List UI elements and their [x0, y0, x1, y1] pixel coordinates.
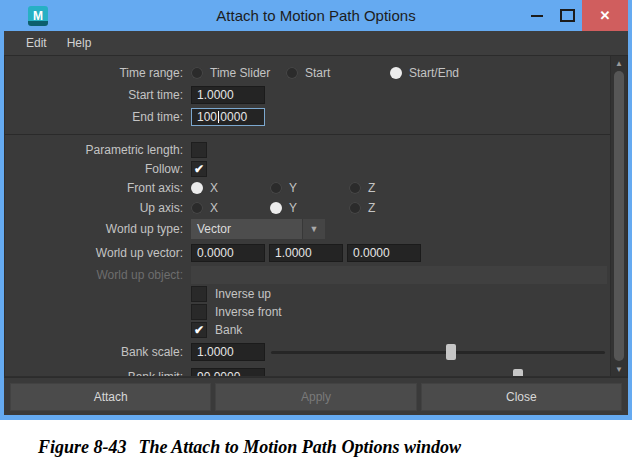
inverse-front-label: Inverse front [215, 305, 282, 319]
chevron-down-icon[interactable]: ▼ [302, 219, 325, 239]
radio-start-end[interactable]: Start/End [390, 66, 459, 80]
parametric-length-checkbox[interactable] [191, 142, 207, 158]
slider-track[interactable] [271, 376, 605, 378]
end-time-input[interactable]: 100.0000 [191, 108, 265, 126]
radio-label: Z [368, 181, 375, 195]
close-action-button[interactable]: Close [421, 383, 622, 411]
radio-icon[interactable] [270, 202, 282, 214]
parametric-length-row: Parametric length: [5, 141, 611, 159]
start-time-row: Start time: 1.0000 [5, 84, 611, 106]
text-caret [218, 111, 219, 123]
follow-row: Follow: [5, 159, 611, 178]
inverse-front-checkbox[interactable] [191, 304, 207, 320]
radio-label: Start/End [409, 66, 459, 80]
radio-icon[interactable] [270, 182, 282, 194]
inverse-up-checkbox[interactable] [191, 286, 207, 302]
scroll-up-icon[interactable]: ▲ [611, 56, 627, 70]
window-body: Edit Help Time range: Time Slider Start [4, 31, 628, 415]
radio-label: Y [289, 181, 297, 195]
radio-label: Time Slider [210, 66, 270, 80]
radio-up-x[interactable]: X [191, 201, 270, 215]
minimize-button[interactable] [522, 0, 552, 31]
options-form: Time range: Time Slider Start Start/End [5, 56, 611, 377]
up-axis-row: Up axis: X Y Z [5, 198, 611, 217]
radio-icon[interactable] [390, 67, 402, 79]
scrollbar-thumb[interactable] [614, 71, 624, 361]
maximize-icon [560, 9, 575, 22]
bank-limit-slider[interactable] [271, 368, 605, 378]
radio-front-y[interactable]: Y [270, 181, 349, 195]
close-icon: ✕ [600, 8, 611, 23]
inverse-up-label: Inverse up [215, 287, 271, 301]
world-up-type-row: World up type: Vector ▼ [5, 217, 611, 241]
maximize-button[interactable] [552, 0, 582, 31]
slider-handle[interactable] [446, 344, 456, 360]
radio-time-slider[interactable]: Time Slider [191, 66, 286, 80]
world-up-object-row: World up object: [5, 264, 611, 285]
bank-limit-row: Bank limit: 90.0000 [5, 364, 611, 377]
menu-edit[interactable]: Edit [18, 34, 55, 52]
radio-icon[interactable] [349, 182, 361, 194]
follow-label: Follow: [5, 162, 191, 176]
end-time-label: End time: [5, 110, 191, 124]
end-time-row: End time: 100.0000 [5, 106, 611, 128]
radio-icon[interactable] [191, 67, 203, 79]
bank-scale-input[interactable]: 1.0000 [191, 343, 265, 361]
bank-checkbox[interactable] [191, 322, 207, 338]
parametric-length-label: Parametric length: [5, 143, 191, 157]
start-time-input[interactable]: 1.0000 [191, 86, 265, 104]
time-range-row: Time range: Time Slider Start Start/End [5, 62, 611, 84]
radio-front-x[interactable]: X [191, 181, 270, 195]
menubar: Edit Help [4, 31, 628, 56]
radio-label: X [210, 181, 218, 195]
slider-track[interactable] [271, 351, 605, 354]
front-axis-label: Front axis: [5, 181, 191, 195]
radio-icon[interactable] [191, 182, 203, 194]
vertical-scrollbar[interactable]: ▲ ▼ [610, 56, 627, 376]
radio-icon[interactable] [349, 202, 361, 214]
radio-label: Y [289, 201, 297, 215]
up-axis-label: Up axis: [5, 201, 191, 215]
attach-button[interactable]: Attach [10, 383, 211, 411]
scroll-down-icon[interactable]: ▼ [611, 362, 627, 376]
bank-label: Bank [215, 323, 242, 337]
inverse-front-row: Inverse front [5, 303, 611, 321]
radio-start[interactable]: Start [286, 66, 390, 80]
bank-scale-slider[interactable] [271, 343, 605, 361]
dropdown-value: Vector [191, 219, 302, 239]
radio-icon[interactable] [286, 67, 298, 79]
apply-button[interactable]: Apply [215, 383, 416, 411]
window-controls: ✕ [522, 0, 628, 31]
minimize-icon [531, 15, 543, 17]
end-time-value: 100.0000 [197, 110, 247, 124]
close-button[interactable]: ✕ [582, 0, 628, 31]
world-up-type-dropdown[interactable]: Vector ▼ [191, 219, 325, 239]
figure-caption-text: The Attach to Motion Path Options window [139, 437, 461, 457]
world-up-vector-z-input[interactable]: 0.0000 [347, 244, 421, 262]
bank-limit-label: Bank limit: [5, 370, 191, 378]
titlebar: M Attach to Motion Path Options ✕ [4, 0, 628, 31]
start-time-label: Start time: [5, 88, 191, 102]
figure-caption: Figure 8-43The Attach to Motion Path Opt… [38, 437, 461, 458]
bank-scale-row: Bank scale: 1.0000 [5, 339, 611, 364]
bank-scale-label: Bank scale: [5, 345, 191, 359]
world-up-vector-x-input[interactable]: 0.0000 [191, 244, 265, 262]
slider-handle[interactable] [513, 369, 523, 378]
menu-help[interactable]: Help [59, 34, 100, 52]
radio-up-y[interactable]: Y [270, 201, 349, 215]
page: M Attach to Motion Path Options ✕ Edit H… [0, 0, 632, 471]
section-divider [5, 134, 611, 135]
figure-number: Figure 8-43 [38, 437, 127, 457]
radio-icon[interactable] [191, 202, 203, 214]
world-up-vector-y-input[interactable]: 1.0000 [269, 244, 343, 262]
world-up-object-label: World up object: [5, 268, 191, 282]
radio-up-z[interactable]: Z [349, 201, 375, 215]
bank-row: Bank [5, 321, 611, 339]
attach-to-motion-path-options-window: M Attach to Motion Path Options ✕ Edit H… [0, 0, 632, 420]
radio-label: Z [368, 201, 375, 215]
radio-label: Start [305, 66, 330, 80]
world-up-vector-label: World up vector: [5, 246, 191, 260]
radio-front-z[interactable]: Z [349, 181, 375, 195]
bank-limit-input[interactable]: 90.0000 [191, 368, 265, 378]
follow-checkbox[interactable] [191, 161, 207, 177]
